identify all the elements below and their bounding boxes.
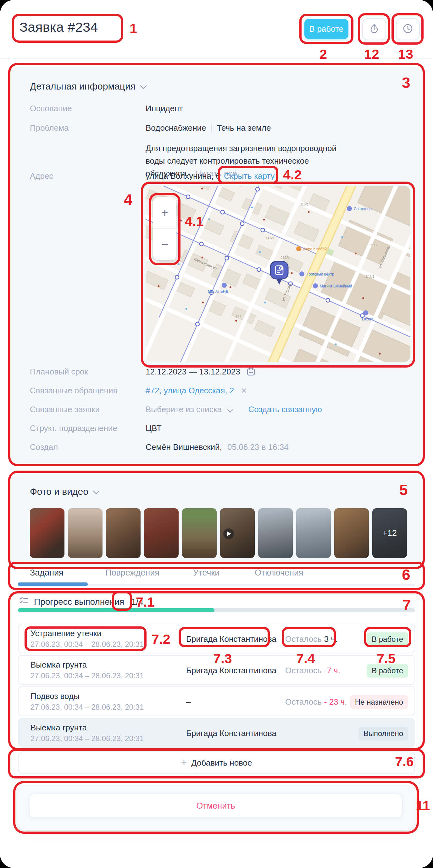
tab-active-indicator	[18, 583, 88, 586]
annotation-label-6: 6	[402, 566, 410, 583]
annotation-label-1: 1	[129, 21, 137, 36]
details-title: Детальная информация	[30, 81, 136, 92]
photo-thumbnail[interactable]	[258, 508, 293, 558]
photo-thumbnail[interactable]	[106, 508, 141, 558]
department-label: Структ. подразделение	[30, 424, 117, 433]
clock-icon	[402, 23, 413, 35]
task-brigade: –	[186, 697, 191, 707]
photo-thumbnail[interactable]	[30, 508, 64, 558]
photo-thumbnail[interactable]	[68, 508, 103, 558]
annotation-label-13: 13	[398, 46, 413, 62]
chevron-down-icon	[93, 486, 100, 497]
task-row[interactable]: Выемка грунта 27.06.23, 00:34 – 28.06.23…	[18, 718, 415, 748]
map-poi-label: МЕГАЛЕНД	[208, 289, 228, 294]
related-requests-select[interactable]: Выберите из списка	[146, 405, 222, 414]
header-divider	[0, 58, 433, 59]
photo-thumbnail[interactable]	[334, 508, 369, 558]
status-badge: В работе	[367, 632, 408, 646]
svg-text:133: 133	[371, 243, 376, 247]
reason-value: Инцидент	[146, 104, 183, 114]
zoom-out-button[interactable]: −	[153, 229, 176, 260]
related-appeals-value: #72, улица Одесская, 2 ✕	[146, 386, 247, 396]
svg-text:115/1: 115/1	[300, 202, 309, 206]
related-requests-label: Связанные заявки	[30, 405, 100, 414]
remove-appeal-icon[interactable]: ✕	[240, 386, 247, 395]
task-brigade: Бригада Константинова	[186, 634, 277, 644]
cancel-button[interactable]: Отменить	[29, 794, 403, 818]
photo-thumbnail[interactable]	[296, 508, 331, 558]
map-poi-label: Lazurit	[362, 317, 374, 321]
svg-text:124: 124	[235, 315, 241, 318]
chevron-down-icon[interactable]	[227, 405, 235, 415]
address-value: улица Волхунина, 6	[146, 171, 221, 181]
task-name: Выемка грунта	[30, 660, 87, 670]
plus-icon: +	[181, 756, 187, 768]
task-brigade: Бригада Константинова	[186, 666, 277, 675]
task-dates: 27.06.23, 00:34 – 28.06.23, 20:31	[30, 640, 144, 649]
task-name: Устранение утечки	[30, 629, 102, 638]
author-name: Семён Вишневский,	[146, 442, 222, 452]
department-value: ЦВТ	[146, 424, 162, 433]
task-remaining: Осталось- 23 ч.	[285, 697, 347, 707]
calendar-icon[interactable]	[246, 369, 256, 378]
page-title: Заявка #234	[20, 20, 98, 35]
deadline-value: 12.12.2023 — 13.12.2023	[146, 367, 256, 378]
zoom-in-button[interactable]: +	[153, 197, 176, 229]
deadline-label: Плановый срок	[30, 367, 88, 377]
problem-value: ВодоснабжениеТечь на земле	[146, 123, 271, 133]
add-new-button[interactable]: + Добавить новое	[18, 751, 415, 774]
photo-thumbnail[interactable]	[182, 508, 216, 558]
create-related-link[interactable]: Создать связанную	[249, 405, 322, 414]
related-appeals-label: Связанные обращения	[30, 386, 118, 396]
bottom-actions-card: Отменить	[17, 785, 414, 830]
tab-leaks[interactable]: Утечки	[193, 568, 220, 578]
media-section-header[interactable]: Фото и видео	[30, 486, 100, 497]
related-requests-value: Выберите из списка Создать связанную	[146, 405, 322, 415]
share-upload-icon	[369, 23, 379, 35]
photo-thumbnail[interactable]	[144, 508, 179, 558]
task-dates: 27.06.23, 00:34 – 28.06.23, 20:31	[30, 734, 144, 743]
annotation-label-12: 12	[364, 46, 379, 62]
problem-category: Водоснабжение	[146, 123, 206, 132]
video-thumbnail[interactable]	[220, 508, 255, 558]
share-button[interactable]	[362, 18, 386, 40]
author-label: Создал	[30, 442, 58, 452]
media-thumbnails: +12	[30, 508, 407, 558]
author-value: Семён Вишневский, 05.06.23 в 16:34	[146, 442, 289, 452]
task-remaining: Осталось-7 ч.	[285, 666, 340, 675]
status-badge: Выполнено	[358, 726, 408, 740]
map-poi-label: Светофор	[354, 207, 372, 211]
task-name: Подвоз воды	[30, 691, 80, 701]
task-row[interactable]: Устранение утечки 27.06.23, 00:34 – 28.0…	[18, 624, 415, 653]
progress-title: Прогресс выполнения	[34, 597, 124, 607]
map-poi-label: Кофе с собой	[303, 247, 327, 251]
status-badge: Не назначено	[350, 695, 408, 709]
details-section-header[interactable]: Детальная информация	[30, 81, 147, 92]
task-brigade: Бригада Константинова	[186, 728, 277, 738]
task-name: Выемка грунта	[30, 723, 87, 733]
task-dates: 27.06.23, 00:34 – 28.06.23, 20:31	[30, 703, 144, 712]
annotation-label-11: 11	[416, 798, 430, 813]
problem-type: Течь на земле	[216, 123, 271, 132]
map-poi-label: Торговый центр	[307, 272, 334, 276]
map-pin[interactable]	[269, 260, 289, 287]
tab-shutdowns[interactable]: Отключения	[255, 568, 304, 578]
status-button[interactable]: В работе	[305, 19, 348, 39]
related-appeal-link[interactable]: #72, улица Одесская, 2	[146, 386, 234, 395]
tab-damages[interactable]: Повреждения	[105, 568, 160, 578]
map-zoom-control: + −	[153, 197, 176, 260]
svg-text:117/2: 117/2	[266, 236, 274, 240]
task-dates: 27.06.23, 00:34 – 28.06.23, 20:31	[30, 671, 144, 680]
hide-map-link[interactable]: Скрыть карту	[224, 171, 275, 181]
status-badge: В работе	[367, 664, 408, 678]
tab-tasks[interactable]: Задания	[30, 568, 63, 578]
task-row[interactable]: Выемка грунта 27.06.23, 00:34 – 28.06.23…	[18, 655, 415, 685]
svg-text:146/1: 146/1	[366, 275, 375, 278]
history-button[interactable]	[396, 18, 420, 40]
play-icon	[223, 528, 234, 539]
divider	[211, 124, 212, 132]
task-row[interactable]: Подвоз воды 27.06.23, 00:34 – 28.06.23, …	[18, 686, 415, 716]
more-photos-tile[interactable]: +12	[372, 508, 407, 558]
media-title: Фото и видео	[30, 486, 88, 497]
svg-text:132А: 132А	[281, 256, 289, 259]
